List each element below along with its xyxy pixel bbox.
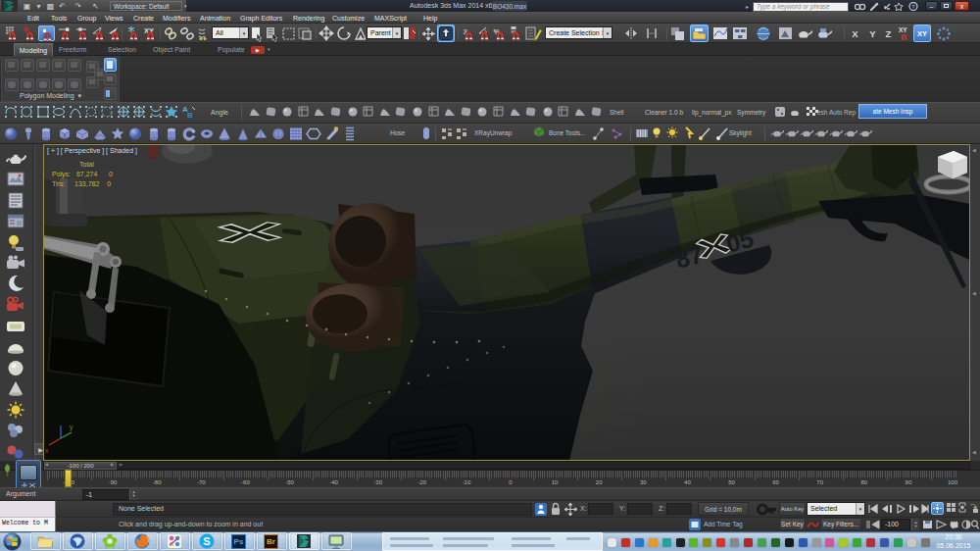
svg-text:?: ? <box>911 4 915 10</box>
svg-text:B: B <box>187 111 193 120</box>
svg-text:XY: XY <box>899 26 907 33</box>
svg-text:S: S <box>203 535 210 547</box>
